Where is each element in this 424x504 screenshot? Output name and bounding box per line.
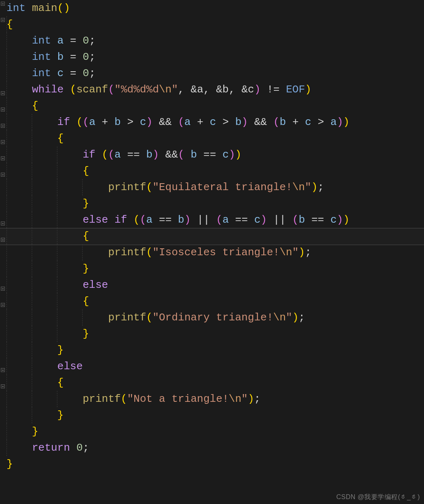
code-line[interactable]: } [7,326,424,342]
paren: ) [337,116,343,128]
code-line[interactable]: while (scanf("%d%d%d\n", &a, &b, &c) != … [7,81,424,98]
escape-sequence: \n [280,246,292,259]
argument: &b [216,83,229,96]
operator: == [159,214,172,226]
fold-icon[interactable] [1,173,5,177]
code-line[interactable]: } [7,407,424,423]
fold-icon[interactable] [1,124,5,128]
code-line[interactable]: { [7,98,424,114]
code-line[interactable]: } [7,261,424,277]
identifier: c [140,116,146,128]
code-line[interactable]: { [7,228,424,244]
paren: ( [70,83,76,96]
code-line[interactable]: { [7,375,424,391]
paren: ) [248,393,254,405]
keyword-return: return [32,442,70,454]
paren: ) [292,311,299,324]
code-line[interactable]: int c = 0; [7,65,424,81]
code-line[interactable]: { [7,163,424,179]
code-line[interactable]: { [7,293,424,309]
operator: == [235,214,248,226]
keyword-while: while [32,83,63,96]
number-literal: 0 [83,51,89,63]
fold-icon[interactable] [1,238,5,242]
function-main: main [32,2,57,14]
code-line[interactable]: printf("Isosceles triangle!\n"); [7,244,424,261]
fold-icon[interactable] [1,2,5,6]
paren: ) [242,116,248,128]
fold-icon[interactable] [1,303,5,307]
semicolon: ; [89,51,96,63]
code-line[interactable]: { [7,16,424,33]
code-line[interactable]: if ((a == b) &&( b == c)) [7,147,424,163]
fold-icon[interactable] [1,221,5,226]
fold-icon[interactable] [1,91,5,95]
operator: != [267,83,280,96]
keyword-int: int [32,67,51,79]
code-line[interactable]: } [7,456,424,472]
brace: { [32,100,38,112]
code-line[interactable]: else [7,358,424,375]
code-line[interactable]: { [7,130,424,147]
identifier: a [114,149,121,161]
code-line[interactable]: printf("Ordinary triangle!\n"); [7,309,424,326]
fold-icon[interactable] [1,368,5,372]
paren: ) [311,181,318,193]
operator: + [102,116,108,128]
identifier: b [299,214,305,226]
brace: } [57,344,64,356]
fold-icon[interactable] [1,140,5,144]
number-literal: 0 [83,67,89,79]
code-line[interactable]: printf("Not a triangle!\n"); [7,391,424,407]
argument: &c [241,83,254,96]
paren: ( [108,149,115,161]
code-area[interactable]: int main() { int a = 0; int b = 0; int c… [6,0,424,504]
paren: ) [235,149,242,161]
operator: = [70,51,76,63]
operator: = [70,67,76,79]
argument: &a [191,83,203,96]
operator: > [127,116,134,128]
paren: ) [337,214,343,226]
paren: ) [305,83,312,96]
escape-sequence: \n [159,83,172,96]
code-line[interactable]: int a = 0; [7,33,424,49]
identifier: a [330,116,337,128]
fold-icon[interactable] [1,18,5,22]
fold-icon[interactable] [1,287,5,291]
number-literal: 0 [83,35,89,47]
paren: ( [178,149,184,161]
operator: || [273,214,286,226]
number-literal: 0 [76,442,83,454]
paren: ) [63,2,70,14]
code-line[interactable]: } [7,195,424,212]
identifier: a [146,214,153,226]
identifier: c [223,149,229,161]
fold-icon[interactable] [1,384,5,388]
code-line[interactable]: printf("Equilateral triangle!\n"); [7,179,424,195]
paren: ) [343,214,350,226]
code-line[interactable]: else [7,277,424,293]
operator: = [70,35,76,47]
code-line[interactable]: if ((a + b > c) && (a + c > b) && (b + c… [7,114,424,130]
semicolon: ; [299,311,305,324]
string-literal: "Ordinary triangle! [153,311,273,324]
fold-icon[interactable] [1,107,5,112]
operator: || [197,214,210,226]
brace: { [83,165,89,177]
code-line[interactable]: else if ((a == b) || (a == c) || (b == c… [7,212,424,228]
paren: ( [146,246,153,259]
code-line[interactable]: int b = 0; [7,49,424,65]
string-literal: "Isosceles triangle! [153,246,280,259]
code-line[interactable]: } [7,342,424,358]
code-line[interactable]: int main() [7,0,424,16]
semicolon: ; [89,67,96,79]
identifier: c [57,67,64,79]
fold-icon[interactable] [1,156,5,160]
code-line[interactable]: } [7,423,424,440]
operator: == [127,149,140,161]
keyword-if: if [83,149,95,161]
code-editor[interactable]: int main() { int a = 0; int b = 0; int c… [0,0,424,504]
paren: ( [121,393,127,405]
code-line[interactable]: return 0; [7,440,424,456]
